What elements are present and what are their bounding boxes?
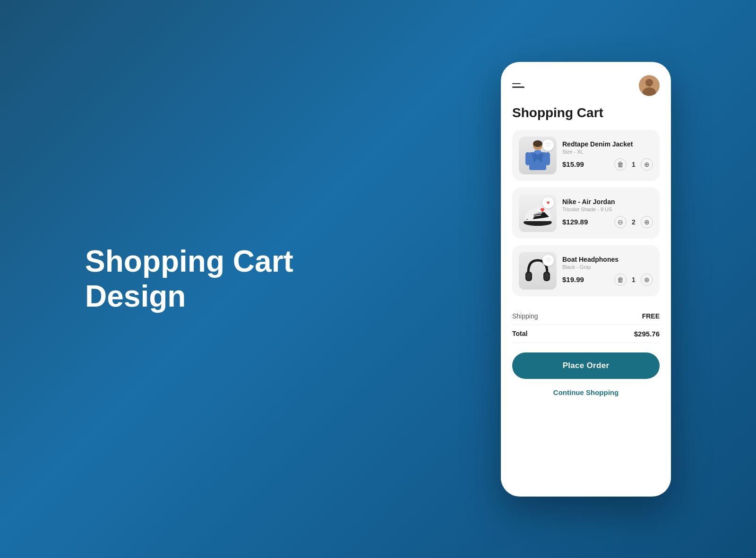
item-price-headphones: $19.99 <box>562 275 609 283</box>
item-image-sneaker: ♥ <box>519 194 557 232</box>
avatar[interactable] <box>639 75 660 96</box>
wishlist-btn-jacket[interactable]: ♡ <box>542 139 554 151</box>
qty-number-sneaker: 2 <box>630 218 637 226</box>
cart-item-sneaker: ♥ Nike - Air Jordan Tricolor Shade - 9 U… <box>512 188 660 239</box>
hamburger-line-2 <box>512 86 524 88</box>
wishlist-btn-sneaker[interactable]: ♥ <box>542 197 554 208</box>
qty-increase-headphones[interactable]: ⊕ <box>641 274 653 286</box>
qty-number-jacket: 1 <box>630 161 637 168</box>
item-image-headphones: ♡ <box>519 252 557 290</box>
svg-point-11 <box>526 211 534 221</box>
qty-increase-sneaker[interactable]: ⊕ <box>641 216 653 228</box>
qty-controls-headphones: 🗑 1 ⊕ <box>614 274 653 286</box>
qty-decrease-headphones[interactable]: 🗑 <box>614 274 627 286</box>
item-variant-jacket: Size - XL <box>562 149 653 155</box>
total-row: Total $295.76 <box>512 325 660 343</box>
place-order-button[interactable]: Place Order <box>512 352 660 379</box>
svg-rect-7 <box>545 152 550 165</box>
svg-rect-15 <box>544 273 549 280</box>
item-price-row-jacket: $15.99 🗑 1 ⊕ <box>562 158 653 171</box>
cart-item-jacket: ♡ Redtape Denim Jacket Size - XL $15.99 … <box>512 130 660 181</box>
qty-controls-sneaker: ⊖ 2 ⊕ <box>614 216 653 228</box>
top-bar <box>512 75 660 96</box>
svg-rect-14 <box>526 273 531 280</box>
shipping-row: Shipping FREE <box>512 308 660 325</box>
hamburger-line-1 <box>512 83 521 85</box>
shipping-label: Shipping <box>512 312 538 320</box>
item-variant-sneaker: Tricolor Shade - 9 US <box>562 206 653 212</box>
item-name-headphones: Boat Headphones <box>562 256 653 263</box>
phone-frame: Shopping Cart <box>501 62 671 497</box>
item-price-jacket: $15.99 <box>562 160 609 168</box>
item-name-jacket: Redtape Denim Jacket <box>562 140 653 148</box>
cart-title: Shopping Cart <box>512 105 660 120</box>
cart-item-headphones: ♡ Boat Headphones Black - Gray $19.99 🗑 … <box>512 245 660 296</box>
page-headline: Shopping Cart Design <box>85 244 331 314</box>
qty-number-headphones: 1 <box>630 276 637 283</box>
svg-rect-6 <box>525 152 530 165</box>
item-variant-headphones: Black - Gray <box>562 264 653 270</box>
item-details-jacket: Redtape Denim Jacket Size - XL $15.99 🗑 … <box>562 140 653 171</box>
shipping-value: FREE <box>642 312 660 320</box>
page-layout: Shopping Cart Design Shopping Cart <box>47 0 709 558</box>
total-value: $295.76 <box>634 330 660 338</box>
hamburger-menu-icon[interactable] <box>512 83 524 88</box>
item-image-jacket: ♡ <box>519 137 557 174</box>
item-price-row-headphones: $19.99 🗑 1 ⊕ <box>562 274 653 286</box>
item-details-sneaker: Nike - Air Jordan Tricolor Shade - 9 US … <box>562 198 653 228</box>
wishlist-btn-headphones[interactable]: ♡ <box>542 255 554 266</box>
cart-items-list: ♡ Redtape Denim Jacket Size - XL $15.99 … <box>512 130 660 296</box>
item-name-sneaker: Nike - Air Jordan <box>562 198 653 206</box>
left-section: Shopping Cart Design <box>85 244 501 314</box>
right-section: Shopping Cart <box>501 62 671 497</box>
continue-shopping-button[interactable]: Continue Shopping <box>512 386 660 399</box>
qty-increase-jacket[interactable]: ⊕ <box>641 158 653 171</box>
qty-decrease-jacket[interactable]: 🗑 <box>614 158 627 171</box>
qty-controls-jacket: 🗑 1 ⊕ <box>614 158 653 171</box>
item-price-row-sneaker: $129.89 ⊖ 2 ⊕ <box>562 216 653 228</box>
item-details-headphones: Boat Headphones Black - Gray $19.99 🗑 1 … <box>562 256 653 286</box>
item-price-sneaker: $129.89 <box>562 218 609 226</box>
svg-point-1 <box>533 140 542 147</box>
qty-decrease-sneaker[interactable]: ⊖ <box>614 216 627 228</box>
summary-section: Shipping FREE Total $295.76 <box>512 308 660 343</box>
total-label: Total <box>512 330 527 337</box>
